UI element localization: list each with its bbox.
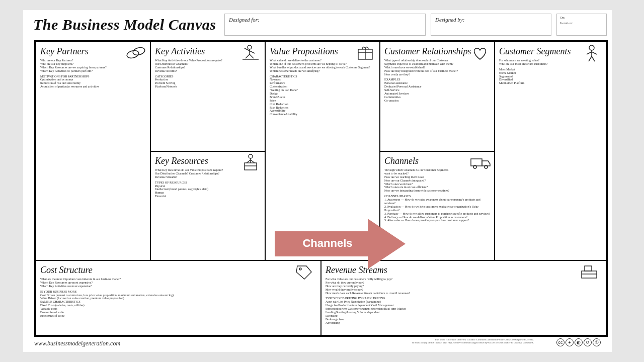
footer: www.businessmodelgeneration.com This wor… (23, 338, 612, 349)
truck-icon (468, 153, 492, 172)
svg-point-10 (299, 268, 301, 270)
cell-channels: Channels Through which Channels do our C… (380, 151, 495, 260)
license-icons: cc●◐↺① (555, 338, 601, 346)
ch-sub: CHANNEL PHASES 1. Awareness — How do we … (384, 195, 490, 222)
svg-point-9 (589, 45, 594, 50)
footer-note: This work is licensed under the Creative… (403, 338, 534, 344)
on-label: On: (560, 16, 603, 20)
cost-title: Cost Structure (40, 265, 316, 276)
worker-icon (238, 43, 263, 62)
heart-icon (468, 43, 492, 62)
designed-by-box: Designed by: (431, 14, 551, 36)
cs-sub: Mass Market Niche Market Segmented Diver… (499, 68, 602, 85)
iteration-label: Iteration: (560, 21, 603, 25)
cash-register-icon (577, 262, 601, 281)
kr-sub: TYPES OF RESOURCES Physical Intellectual… (155, 181, 261, 198)
kp-sub: MOTIVATIONS FOR PARTNERSHIPS Optimizatio… (40, 75, 146, 89)
sa-icon: ◐ (575, 338, 583, 346)
cell-customer-relationships: Customer Relationships What type of rela… (380, 42, 495, 151)
cell-customer-segments: Customer Segments For whom are we creati… (495, 42, 606, 260)
svg-rect-11 (582, 271, 597, 278)
page: The Business Model Canvas Designed for: … (23, 10, 612, 352)
cell-key-resources: Key Resources What Key Resources do our … (150, 151, 265, 260)
vp-sub: CHARACTERISTICS Newness Performance Cust… (270, 75, 375, 117)
cost-questions: What are the most important costs inhere… (40, 278, 316, 288)
rev-sub: TYPES FIXED PRICING DYNAMIC PRICING Asse… (326, 297, 602, 324)
footer-url: www.businessmodelgeneration.com (34, 340, 120, 347)
nd-icon: ① (593, 338, 601, 346)
by-icon: ● (566, 338, 574, 346)
chain-link-icon (124, 43, 148, 62)
gift-icon (353, 43, 377, 62)
svg-point-2 (248, 45, 252, 49)
cell-key-partners: Key Partners Who are our Key Partners? W… (36, 42, 150, 260)
rev-title: Revenue Streams (326, 265, 602, 276)
svg-point-3 (249, 154, 253, 158)
person-icon (580, 43, 604, 62)
crl-sub: EXAMPLES Personal assistance Dedicated P… (384, 78, 490, 102)
cell-key-activities: Key Activities What Key Activities do ou… (150, 42, 265, 151)
cell-cost-structure: Cost Structure What are the most importa… (36, 260, 321, 335)
cost-sub: IS YOUR BUSINESS MORE Cost Driven (leane… (40, 290, 316, 318)
page-title: The Business Model Canvas (33, 16, 216, 33)
svg-rect-12 (585, 266, 592, 271)
canvas: Key Partners Who are our Key Partners? W… (34, 40, 608, 337)
svg-rect-6 (471, 159, 482, 166)
ka-sub: CATEGORIES Production Problem Solving Pl… (155, 75, 261, 89)
ch-questions: Through which Channels do our Customer S… (384, 168, 490, 193)
cc-icon: cc (556, 338, 565, 346)
designed-for-label: Designed for: (229, 17, 260, 23)
designed-by-label: Designed by: (435, 17, 464, 23)
cell-value-propositions: Value Propositions What value do we deli… (265, 42, 380, 260)
price-tag-icon (291, 262, 315, 281)
designed-for-box: Designed for: (224, 14, 426, 36)
cell-revenue-streams: Revenue Streams For what value are our c… (321, 260, 606, 335)
svg-point-0 (126, 49, 140, 59)
nc-icon: ↺ (584, 338, 592, 346)
factory-icon (238, 153, 263, 172)
svg-point-1 (132, 46, 146, 56)
rev-questions: For what value are our customers really … (326, 278, 602, 295)
svg-rect-4 (245, 163, 257, 170)
meta-box: On: Iteration: (556, 14, 607, 36)
header: The Business Model Canvas Designed for: … (23, 10, 612, 38)
